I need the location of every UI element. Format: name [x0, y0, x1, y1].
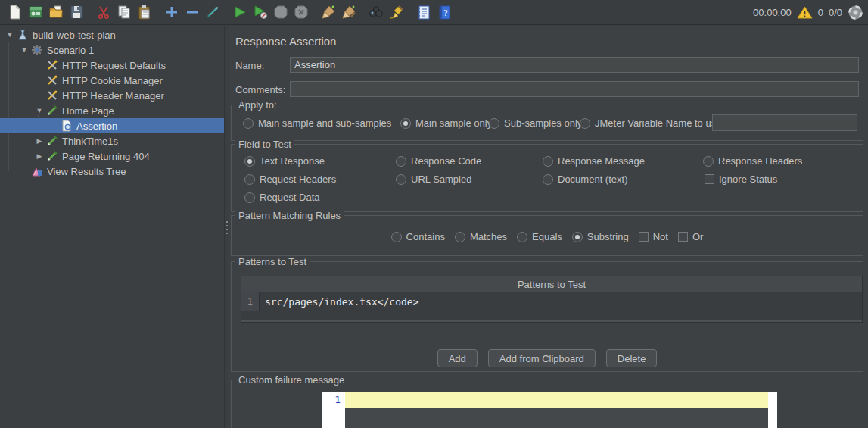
search-icon[interactable] [366, 2, 386, 22]
divider-grip[interactable] [226, 221, 228, 234]
radio-url-sampled[interactable]: URL Sampled [396, 173, 471, 185]
tree-item-page-returning-404[interactable]: ▶ Page Returning 404 [0, 148, 224, 164]
cut-icon[interactable] [93, 2, 114, 22]
radio-icon[interactable] [543, 156, 553, 167]
checkbox-or[interactable]: Or [678, 231, 703, 242]
shutdown-icon[interactable] [291, 2, 311, 22]
radio-main-sample-and-sub-samples[interactable]: Main sample and sub-samples [243, 117, 391, 129]
radio-icon[interactable] [517, 232, 527, 242]
radio-response-headers[interactable]: Response Headers [703, 155, 802, 167]
radio-label: JMeter Variable Name to use [595, 117, 721, 129]
jmeter-variable-name-input[interactable] [712, 114, 857, 131]
radio-icon[interactable] [489, 118, 499, 129]
pattern-row[interactable]: 1 src/pages/index.tsx</code> [241, 292, 862, 311]
stop-icon[interactable] [270, 2, 291, 22]
delete-button[interactable]: Delete [606, 349, 658, 367]
editor-gutter: 1 [322, 392, 345, 428]
tree-item-home-page[interactable]: ▼ Home Page [0, 103, 224, 118]
tree-item-scenario-1[interactable]: ▼ Scenario 1 [0, 42, 224, 58]
radio-matches[interactable]: Matches [455, 231, 507, 242]
tree-item-thinktime1s[interactable]: ▶ ThinkTime1s [0, 133, 224, 148]
radio-label: Text Response [260, 155, 325, 167]
clear-all-icon[interactable] [338, 2, 359, 22]
name-label: Name: [235, 60, 264, 71]
chevron-down-icon[interactable]: ▼ [3, 31, 17, 39]
radio-icon[interactable] [572, 232, 583, 242]
log-warning-icon[interactable] [797, 5, 813, 20]
custom-failure-message-editor[interactable]: 1 [322, 392, 777, 428]
radio-icon[interactable] [400, 118, 411, 129]
checkbox-icon[interactable] [639, 232, 649, 242]
tree-item-assertion[interactable]: Assertion [0, 118, 224, 133]
radio-main-sample-only[interactable]: Main sample only [400, 117, 492, 129]
radio-icon[interactable] [455, 232, 465, 242]
radio-icon[interactable] [580, 118, 590, 129]
chevron-down-icon[interactable]: ▼ [17, 46, 31, 54]
collapse-all-icon[interactable] [182, 2, 202, 22]
copy-icon[interactable] [114, 2, 134, 22]
tree-item-http-cookie-manager[interactable]: HTTP Cookie Manager [0, 73, 224, 88]
reset-search-icon[interactable] [386, 2, 406, 22]
radio-icon[interactable] [391, 232, 402, 242]
radio-substring[interactable]: Substring [572, 231, 629, 242]
checkbox-not[interactable]: Not [639, 231, 668, 242]
paste-icon[interactable] [134, 2, 154, 22]
table-scrollbar[interactable] [241, 320, 862, 322]
radio-icon[interactable] [244, 192, 255, 203]
radio-icon[interactable] [703, 156, 714, 167]
start-no-timers-icon[interactable] [250, 2, 270, 22]
radio-icon[interactable] [244, 156, 255, 167]
editor-scrollbar[interactable] [768, 392, 777, 428]
toggle-icon[interactable] [202, 2, 222, 22]
templates-icon[interactable] [25, 2, 45, 22]
checkbox-ignore-status[interactable]: Ignore Status [705, 173, 777, 185]
radio-response-code[interactable]: Response Code [396, 155, 481, 167]
radio-document-text[interactable]: Document (text) [543, 173, 627, 185]
radio-request-data[interactable]: Request Data [244, 192, 320, 203]
radio-icon[interactable] [244, 174, 255, 185]
pattern-cell[interactable]: src/pages/index.tsx</code> [260, 292, 862, 311]
radio-icon[interactable] [243, 118, 254, 129]
radio-icon[interactable] [396, 156, 406, 167]
add-from-clipboard-button[interactable]: Add from Clipboard [488, 349, 596, 367]
apply-to-title: Apply to: [235, 99, 280, 111]
clear-icon[interactable] [318, 2, 338, 22]
radio-contains[interactable]: Contains [391, 231, 445, 242]
add-button[interactable]: Add [437, 349, 478, 367]
save-icon[interactable] [66, 2, 86, 22]
config-element-icon [46, 89, 60, 102]
radio-response-message[interactable]: Response Message [543, 155, 645, 167]
function-helper-icon[interactable] [413, 2, 434, 22]
radio-jmeter-variable-name[interactable]: JMeter Variable Name to use [580, 117, 721, 129]
checkbox-icon[interactable] [678, 232, 688, 242]
chevron-right-icon[interactable]: ▶ [33, 137, 46, 145]
editor-text-area[interactable] [345, 392, 768, 428]
start-icon[interactable] [229, 2, 250, 22]
chevron-right-icon[interactable]: ▶ [33, 152, 46, 160]
chevron-down-icon[interactable]: ▼ [33, 107, 46, 114]
help-icon[interactable]: ? [434, 2, 454, 22]
tree-item-http-request-defaults[interactable]: HTTP Request Defaults [0, 58, 224, 73]
open-file-icon[interactable] [45, 2, 66, 22]
radio-label: Response Message [558, 155, 645, 167]
split-pane-divider[interactable] [224, 26, 229, 428]
pattern-value: src/pages/index.tsx</code> [265, 296, 419, 308]
tree-item-label: HTTP Cookie Manager [60, 75, 163, 86]
field-to-test-title: Field to Test [235, 139, 294, 150]
checkbox-icon[interactable] [705, 174, 714, 184]
tree-item-view-results-tree[interactable]: View Results Tree [0, 164, 224, 179]
new-file-icon[interactable] [5, 2, 25, 22]
radio-sub-samples-only[interactable]: Sub-samples only [489, 117, 582, 129]
radio-request-headers[interactable]: Request Headers [244, 173, 336, 185]
radio-text-response[interactable]: Text Response [244, 155, 325, 167]
radio-equals[interactable]: Equals [517, 231, 562, 242]
comments-input[interactable] [290, 81, 859, 97]
expand-all-icon[interactable] [161, 2, 182, 22]
custom-failure-message-group: Custom failure message 1 [231, 380, 863, 428]
radio-icon[interactable] [396, 174, 406, 185]
name-input[interactable] [290, 57, 859, 73]
page-title: Response Assertion [235, 35, 336, 48]
tree-item-http-header-manager[interactable]: HTTP Header Manager [0, 88, 224, 103]
tree-item-build-web-test-plan[interactable]: ▼ build-web-test-plan [0, 27, 224, 42]
radio-icon[interactable] [543, 174, 553, 185]
